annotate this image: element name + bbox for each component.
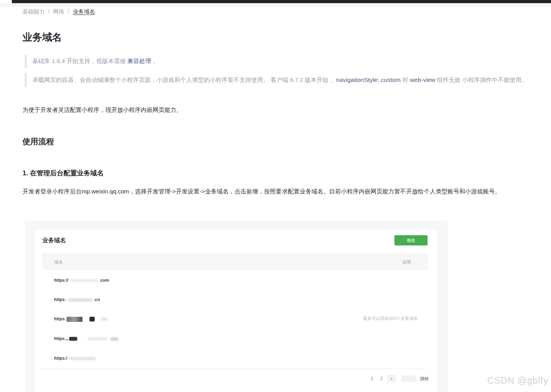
- domain-url-prefix: https:: [54, 316, 66, 321]
- redacted-blur: [70, 279, 99, 282]
- domain-url-prefix: https:: [54, 297, 66, 302]
- pagination-page-1[interactable]: 1: [368, 375, 376, 383]
- breadcrumb-item-business-domain[interactable]: 业务域名: [73, 8, 95, 15]
- version-note-text: 基础库 1.6.4 开始支持，低版本需做: [32, 58, 127, 64]
- table-row: https:/: [54, 356, 97, 364]
- column-header-desc: 说明: [402, 259, 411, 265]
- redacted-block: [90, 317, 95, 321]
- navigation-style-code: navigationStyle: custom: [336, 76, 401, 83]
- admin-screenshot: 业务域名 修改 域名 说明 https://com https:.cn http…: [25, 221, 448, 392]
- section-title-usage-flow: 使用流程: [22, 136, 54, 147]
- panel-title: 业务域名: [42, 237, 66, 244]
- pagination-next-button[interactable]: ›: [387, 375, 396, 383]
- table-row: https.,,: [54, 336, 120, 344]
- domain-url-prefix: https.,,: [54, 336, 68, 341]
- intro-paragraph: 为便于开发者灵活配置小程序，现开放小程序内嵌网页能力。: [22, 106, 182, 114]
- page-jump-label[interactable]: 跳转: [420, 376, 429, 382]
- breadcrumb-separator: /: [48, 8, 50, 15]
- breadcrumb-item-capability[interactable]: 基础能力: [22, 8, 45, 15]
- top-dark-bar: [12, 0, 551, 3]
- table-row: https://com: [54, 278, 109, 286]
- domain-url-prefix: https://: [54, 278, 69, 282]
- breadcrumb-item-network[interactable]: 网络: [53, 8, 64, 15]
- container-note-text-2: 对: [401, 76, 410, 83]
- step-title-configure-domain: 1. 在管理后台配置业务域名: [22, 169, 104, 178]
- breadcrumb: 基础能力/网络/业务域名: [22, 8, 95, 15]
- page-jump-input[interactable]: [401, 375, 416, 382]
- table-header: 域名 说明: [42, 253, 428, 270]
- domain-url-prefix: https:/: [54, 356, 67, 360]
- redacted-blur: [68, 298, 92, 302]
- redacted-blur: [110, 337, 118, 341]
- redacted-blur: [88, 337, 107, 340]
- domain-limit-note: 最多可以添加200个业务域名: [363, 316, 418, 321]
- container-note-quote: 承载网页的容器。会自动铺满整个小程序页面，小游戏和个人类型的小程序暂不支持使用。…: [25, 73, 530, 87]
- pagination: 1 2 › 跳转: [368, 375, 429, 383]
- container-note-text-3: 组件无效 小程序插件中不能使用。: [435, 76, 527, 83]
- container-note-text-1: 承载网页的容器。会自动铺满整个小程序页面，小游戏和个人类型的小程序暂不支持使用。…: [32, 76, 336, 83]
- breadcrumb-separator: /: [68, 8, 69, 15]
- redacted-blur: [69, 357, 96, 360]
- top-gray-strip: [0, 3, 551, 7]
- compat-link[interactable]: 兼容处理: [127, 58, 151, 64]
- version-note-tail: 。: [151, 58, 159, 64]
- doc-page: 基础能力/网络/业务域名 业务域名 基础库 1.6.4 开始支持，低版本需做 兼…: [0, 0, 551, 392]
- step-body-paragraph: 开发者登录小程序后台mp.weixin.qq.com，选择开发管理->开发设置-…: [22, 184, 531, 199]
- pagination-page-2[interactable]: 2: [377, 375, 385, 383]
- modify-button[interactable]: 修改: [394, 235, 428, 245]
- version-note-quote: 基础库 1.6.4 开始支持，低版本需做 兼容处理 。: [25, 54, 159, 68]
- domain-url-suffix: com: [100, 278, 109, 282]
- table-bottom-divider: [42, 368, 428, 369]
- page-title: 业务域名: [22, 31, 62, 44]
- column-header-domain: 域名: [54, 259, 63, 265]
- csdn-watermark: CSDN @gblfy: [487, 375, 549, 386]
- table-row: https:.cn: [54, 297, 100, 305]
- web-view-code: web-view: [410, 76, 435, 83]
- domain-settings-card: 业务域名 修改 域名 说明 https://com https:.cn http…: [35, 230, 437, 392]
- redacted-blur: [101, 318, 108, 321]
- redacted-block: [69, 337, 77, 341]
- domain-url-suffix: .cn: [94, 297, 100, 302]
- redacted-block: [67, 317, 82, 322]
- table-row: https:: [54, 316, 109, 324]
